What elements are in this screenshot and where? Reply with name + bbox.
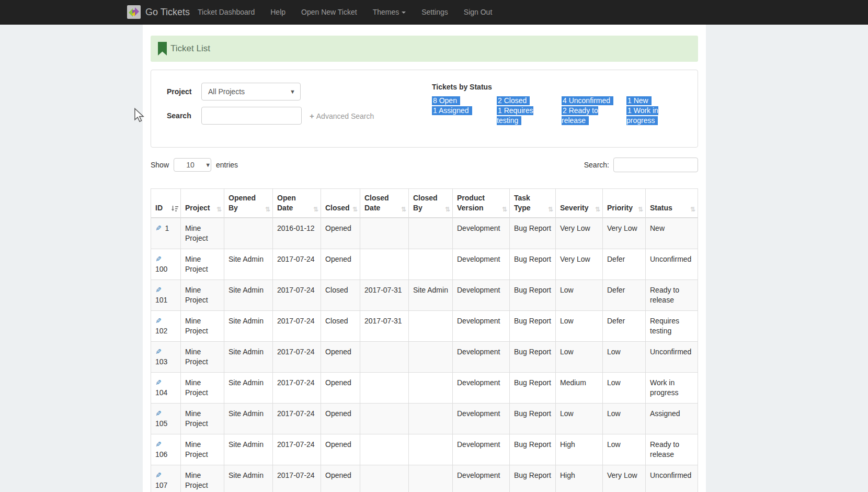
cell-open-date: 2017-07-24: [273, 342, 321, 373]
status-badge-8-open[interactable]: 8 Open: [432, 96, 460, 105]
nav-item-open-new-ticket[interactable]: Open New Ticket: [293, 0, 365, 24]
cell-project: Mine Project: [181, 280, 224, 311]
cell-project: Mine Project: [181, 311, 224, 342]
edit-ticket-icon[interactable]: ✎: [155, 409, 162, 419]
edit-ticket-icon[interactable]: ✎: [155, 440, 162, 450]
cell-closed-date: [360, 342, 409, 373]
cell-open-date: 2017-07-24: [273, 434, 321, 465]
cell-closed-date: [360, 434, 409, 465]
status-badge-1-new[interactable]: 1 New: [626, 96, 652, 105]
edit-ticket-icon[interactable]: ✎: [155, 254, 162, 264]
edit-ticket-icon[interactable]: ✎: [155, 347, 162, 357]
sort-active-icon: [171, 205, 178, 213]
nav-item-help[interactable]: Help: [262, 0, 293, 24]
page-size-select[interactable]: 10: [174, 158, 211, 172]
status-badge-2-ready-to-release[interactable]: 2 Ready to release: [562, 106, 598, 125]
cell-id: ✎ 104: [151, 373, 181, 404]
status-badge-1-work-in-progress[interactable]: 1 Work in progress: [626, 106, 658, 125]
nav-item-settings[interactable]: Settings: [414, 0, 456, 24]
status-badge-1-requires-testing[interactable]: 1 Requires testing: [497, 106, 533, 125]
edit-ticket-icon[interactable]: ✎: [155, 223, 162, 233]
cell-closed-by: [409, 465, 453, 492]
search-label: Search: [167, 111, 194, 120]
edit-ticket-icon[interactable]: ✎: [155, 471, 162, 480]
nav-item-themes[interactable]: Themes: [365, 0, 414, 24]
column-header-opened-by[interactable]: Opened By⇅: [224, 189, 273, 218]
cell-opened-by: Site Admin: [224, 342, 273, 373]
tickets-table: IDProject⇅Opened By⇅Open Date⇅Closed⇅Clo…: [151, 188, 698, 492]
edit-ticket-icon[interactable]: ✎: [155, 285, 162, 295]
cell-closed-by: [409, 373, 453, 404]
project-select[interactable]: All Projects: [201, 83, 301, 100]
cell-id: ✎ 106: [151, 434, 181, 465]
column-header-closed-date[interactable]: Closed Date⇅: [360, 189, 409, 218]
page-title: Ticket List: [170, 43, 210, 54]
cell-priority: Defer: [603, 311, 646, 342]
column-header-open-date[interactable]: Open Date⇅: [273, 189, 321, 218]
advanced-search-label: Advanced Search: [316, 112, 374, 120]
advanced-search-link[interactable]: +Advanced Search: [310, 111, 374, 120]
column-header-project[interactable]: Project⇅: [181, 189, 224, 218]
status-columns: 8 Open1 Assigned2 Closed1 Requires testi…: [432, 96, 691, 126]
brand-title[interactable]: Go Tickets: [145, 7, 190, 18]
cell-closed: Opened: [321, 404, 360, 434]
cell-status: Ready to release: [646, 434, 698, 465]
edit-ticket-icon[interactable]: ✎: [155, 378, 162, 388]
table-search-label: Search:: [584, 161, 609, 169]
column-header-id[interactable]: ID: [151, 189, 181, 218]
status-badge-2-closed[interactable]: 2 Closed: [497, 96, 530, 105]
cell-closed: Opened: [321, 373, 360, 404]
cell-closed-by: [409, 218, 453, 249]
sort-icon: ⇅: [401, 206, 406, 213]
cell-open-date: 2017-07-24: [273, 311, 321, 342]
cell-opened-by: Site Admin: [224, 404, 273, 434]
status-badge-1-assigned[interactable]: 1 Assigned: [432, 106, 472, 115]
cell-status: Requires testing: [646, 311, 698, 342]
sort-icon: ⇅: [445, 206, 450, 213]
cell-severity: Low: [556, 280, 603, 311]
cell-id: ✎ 102: [151, 311, 181, 342]
cell-severity: Low: [556, 311, 603, 342]
plus-icon: +: [310, 111, 314, 120]
cell-open-date: 2017-07-24: [273, 280, 321, 311]
cell-closed-date: [360, 373, 409, 404]
cell-closed: Opened: [321, 342, 360, 373]
status-column: 4 Unconfirmed2 Ready to release: [562, 96, 616, 126]
column-header-severity[interactable]: Severity⇅: [556, 189, 603, 218]
filter-search-input[interactable]: [201, 107, 302, 125]
column-header-priority[interactable]: Priority⇅: [603, 189, 646, 218]
cell-task-type: Bug Report: [510, 249, 556, 280]
column-header-task-type[interactable]: Task Type⇅: [510, 189, 556, 218]
cell-project: Mine Project: [181, 404, 224, 434]
cell-product-version: Development: [453, 465, 510, 492]
sort-icon: ⇅: [216, 206, 222, 213]
column-header-closed[interactable]: Closed⇅: [321, 189, 360, 218]
cell-closed-by: Site Admin: [409, 280, 453, 311]
cell-open-date: 2017-07-24: [273, 465, 321, 492]
status-column: 2 Closed1 Requires testing: [497, 96, 552, 126]
table-row: ✎ 105Mine ProjectSite Admin2017-07-24Ope…: [151, 404, 698, 434]
table-search-input[interactable]: [613, 158, 698, 172]
table-row: ✎ 106Mine ProjectSite Admin2017-07-24Ope…: [151, 434, 698, 465]
table-body: ✎ 1Mine Project2016-01-12OpenedDevelopme…: [151, 218, 698, 492]
caret-down-icon: [402, 12, 406, 14]
column-header-closed-by[interactable]: Closed By⇅: [409, 189, 453, 218]
app-logo-icon: [127, 5, 141, 19]
edit-ticket-icon[interactable]: ✎: [155, 316, 162, 326]
nav-item-sign-out[interactable]: Sign Out: [456, 0, 500, 24]
cell-task-type: Bug Report: [510, 280, 556, 311]
nav-item-ticket-dashboard[interactable]: Ticket Dashboard: [190, 0, 262, 24]
table-row: ✎ 1Mine Project2016-01-12OpenedDevelopme…: [151, 218, 698, 249]
column-header-product-version[interactable]: Product Version⇅: [453, 189, 510, 218]
status-badge-4-unconfirmed[interactable]: 4 Unconfirmed: [562, 96, 613, 105]
column-header-status[interactable]: Status⇅: [646, 189, 698, 218]
cell-task-type: Bug Report: [510, 404, 556, 434]
table-row: ✎ 100Mine ProjectSite Admin2017-07-24Ope…: [151, 249, 698, 280]
cell-severity: Medium: [556, 373, 603, 404]
cell-status: Unconfirmed: [646, 465, 698, 492]
sort-icon: ⇅: [352, 206, 358, 213]
nav-left: Ticket DashboardHelp: [190, 0, 293, 24]
sort-icon: ⇅: [638, 206, 643, 213]
cell-severity: High: [556, 465, 603, 492]
status-column: 1 New1 Work in progress: [626, 96, 681, 126]
